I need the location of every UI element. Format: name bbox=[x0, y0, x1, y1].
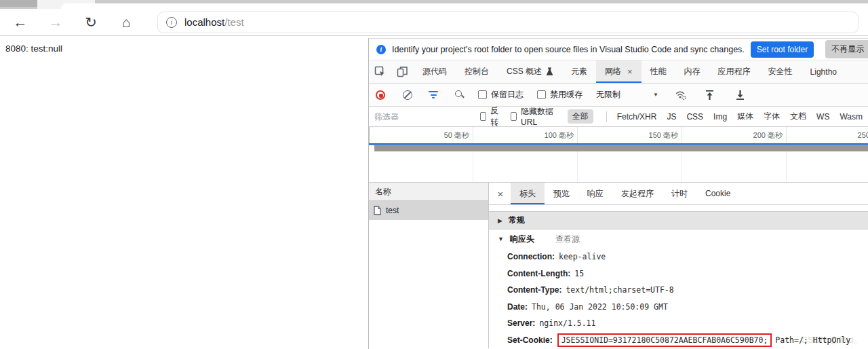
filter-type-css[interactable]: CSS bbox=[686, 112, 703, 122]
network-filter-bar: 反转 隐藏数据 URL 全部 Fetch/XHR JS CSS Img 媒体 字… bbox=[369, 107, 868, 127]
filter-type-media[interactable]: 媒体 bbox=[737, 111, 753, 122]
filter-type-fetch-xhr[interactable]: Fetch/XHR bbox=[617, 112, 657, 122]
header-row: Server: nginx/1.5.11 bbox=[489, 315, 868, 332]
general-section-header[interactable]: ▶ 常规 bbox=[489, 211, 868, 229]
details-tab-headers[interactable]: 标头 bbox=[511, 183, 545, 204]
filter-type-font[interactable]: 字体 bbox=[764, 111, 780, 122]
active-browser-tab[interactable] bbox=[61, 3, 868, 9]
timeline-tick: 100 毫秒 bbox=[473, 127, 578, 143]
document-icon bbox=[374, 206, 381, 215]
record-button[interactable] bbox=[376, 90, 385, 100]
tab-elements[interactable]: 元素 bbox=[562, 60, 596, 83]
clear-button[interactable] bbox=[403, 90, 412, 100]
filter-toggle-icon[interactable] bbox=[429, 91, 438, 98]
header-row-set-cookie: Set-Cookie: JSESSIONID=93172180C50872AAE… bbox=[489, 332, 868, 349]
header-row: Connection: keep-alive bbox=[489, 249, 868, 265]
browser-toolbar: ← → ↻ ⌂ i localhost/test bbox=[0, 9, 868, 36]
filter-type-ws[interactable]: WS bbox=[816, 112, 829, 122]
screen: ← → ↻ ⌂ i localhost/test 8080: test:null… bbox=[0, 0, 868, 349]
request-list-pane: 名称 test bbox=[369, 183, 489, 348]
tab-css-overview[interactable]: CSS 概述 bbox=[498, 60, 562, 83]
details-tab-preview[interactable]: 预览 bbox=[545, 183, 578, 204]
tab-memory[interactable]: 内存 bbox=[675, 60, 709, 83]
timeline-tick: 250 毫秒 bbox=[787, 127, 868, 143]
details-tab-initiator[interactable]: 发起程序 bbox=[612, 183, 663, 204]
page-text: 8080: test:null bbox=[5, 43, 62, 54]
devtools-panel: i Identify your project's root folder to… bbox=[368, 38, 868, 349]
request-name: test bbox=[386, 206, 399, 215]
network-overview-band[interactable] bbox=[369, 143, 868, 151]
timeline-tick: 50 毫秒 bbox=[369, 127, 473, 143]
reload-icon[interactable]: ↻ bbox=[83, 15, 99, 29]
page-content: 8080: test:null bbox=[0, 37, 368, 349]
set-root-folder-button[interactable]: Set root folder bbox=[751, 41, 814, 58]
filter-type-all[interactable]: 全部 bbox=[568, 109, 593, 124]
inspect-element-icon[interactable] bbox=[369, 60, 391, 83]
site-info-icon[interactable]: i bbox=[166, 17, 177, 28]
timeline-tick: 200 毫秒 bbox=[682, 127, 787, 143]
experiment-flask-icon bbox=[546, 67, 553, 76]
timeline-tick: 150 毫秒 bbox=[578, 127, 682, 143]
network-toolbar: 保留日志 禁用缓存 无限制▼ bbox=[369, 84, 868, 107]
invert-checkbox[interactable]: 反转 bbox=[480, 105, 501, 128]
collapsed-triangle-icon: ▶ bbox=[498, 217, 502, 224]
tab-strip-segment bbox=[0, 0, 37, 7]
tab-console[interactable]: 控制台 bbox=[456, 60, 498, 83]
request-details-pane: × 标头 预览 响应 发起程序 计时 Cookie ▶ 常规 ▼ 响应头 查看源 bbox=[489, 183, 868, 348]
tab-lighthouse[interactable]: Lightho bbox=[802, 60, 846, 83]
view-source-button[interactable]: 查看源 bbox=[555, 234, 580, 245]
request-row[interactable]: test bbox=[369, 201, 488, 220]
export-har-icon[interactable] bbox=[705, 90, 715, 100]
dont-show-again-button[interactable]: 不再显示 bbox=[825, 40, 868, 58]
url-bar[interactable]: i localhost/test bbox=[157, 12, 859, 33]
checkbox[interactable] bbox=[478, 90, 487, 99]
request-list-name-header[interactable]: 名称 bbox=[369, 183, 488, 201]
network-bottom-split: 名称 test × 标头 预览 响应 发起程序 计时 Cookie bbox=[369, 183, 868, 348]
tab-performance[interactable]: 性能 bbox=[642, 60, 675, 83]
details-tab-timing[interactable]: 计时 bbox=[663, 183, 696, 204]
devtools-infobar: i Identify your project's root folder to… bbox=[369, 39, 868, 60]
divider bbox=[606, 111, 607, 122]
hide-data-urls-checkbox[interactable]: 隐藏数据 URL bbox=[511, 106, 554, 127]
tab-security[interactable]: 安全性 bbox=[760, 60, 802, 83]
filter-type-doc[interactable]: 文档 bbox=[790, 111, 806, 122]
filter-input[interactable] bbox=[374, 112, 468, 122]
filter-type-js[interactable]: JS bbox=[667, 112, 676, 122]
highlighted-cookie-value: JSESSIONID=93172180C50872AAEBCFAB0A6C590… bbox=[557, 333, 772, 347]
details-tab-bar: × 标头 预览 响应 发起程序 计时 Cookie bbox=[489, 183, 868, 205]
tab-application[interactable]: 应用程序 bbox=[709, 60, 760, 83]
browser-tab-strip bbox=[0, 0, 868, 9]
network-conditions-icon[interactable] bbox=[675, 90, 687, 100]
network-timeline-ruler: 50 毫秒 100 毫秒 150 毫秒 200 毫秒 250 毫秒 bbox=[369, 127, 868, 143]
info-icon: i bbox=[376, 45, 386, 54]
tab-network[interactable]: 网络× bbox=[596, 60, 642, 83]
home-icon[interactable]: ⌂ bbox=[118, 15, 134, 29]
checkbox[interactable] bbox=[537, 90, 546, 99]
request-type-filters: 全部 Fetch/XHR JS CSS Img 媒体 字体 文档 WS Wasm bbox=[568, 109, 863, 124]
back-icon[interactable]: ← bbox=[12, 15, 28, 29]
response-headers-section-header[interactable]: ▼ 响应头 查看源 bbox=[489, 229, 868, 249]
device-toolbar-icon[interactable] bbox=[391, 60, 414, 83]
details-tab-response[interactable]: 响应 bbox=[578, 183, 612, 204]
infobar-message: Identify your project's root folder to o… bbox=[392, 45, 745, 54]
close-details-icon[interactable]: × bbox=[490, 183, 511, 204]
checkbox[interactable] bbox=[480, 112, 486, 121]
tab-sources[interactable]: 源代码 bbox=[414, 60, 456, 83]
tab-close-icon[interactable]: × bbox=[627, 67, 633, 77]
header-row: Date: Thu, 06 Jan 2022 10:50:09 GMT bbox=[489, 299, 868, 316]
checkbox[interactable] bbox=[511, 112, 517, 121]
import-har-icon[interactable] bbox=[735, 90, 745, 100]
filter-type-img[interactable]: Img bbox=[713, 112, 727, 122]
network-waterfall-area bbox=[369, 151, 868, 183]
disable-cache-checkbox[interactable]: 禁用缓存 bbox=[537, 89, 583, 100]
throttling-dropdown[interactable]: 无限制▼ bbox=[596, 89, 658, 100]
preserve-log-checkbox[interactable]: 保留日志 bbox=[478, 89, 524, 100]
url-text: localhost/test bbox=[184, 16, 244, 28]
details-tab-cookie[interactable]: Cookie bbox=[696, 183, 739, 204]
header-row: Content-Type: text/html;charset=UTF-8 bbox=[489, 282, 868, 299]
devtools-tab-bar: 源代码 控制台 CSS 概述 元素 网络× 性能 内存 应用程序 安全性 Lig… bbox=[369, 60, 868, 84]
overview-scroll-thumb[interactable] bbox=[369, 145, 374, 151]
filter-type-wasm[interactable]: Wasm bbox=[840, 112, 863, 122]
forward-icon[interactable]: → bbox=[47, 15, 64, 29]
search-icon[interactable] bbox=[454, 90, 465, 100]
